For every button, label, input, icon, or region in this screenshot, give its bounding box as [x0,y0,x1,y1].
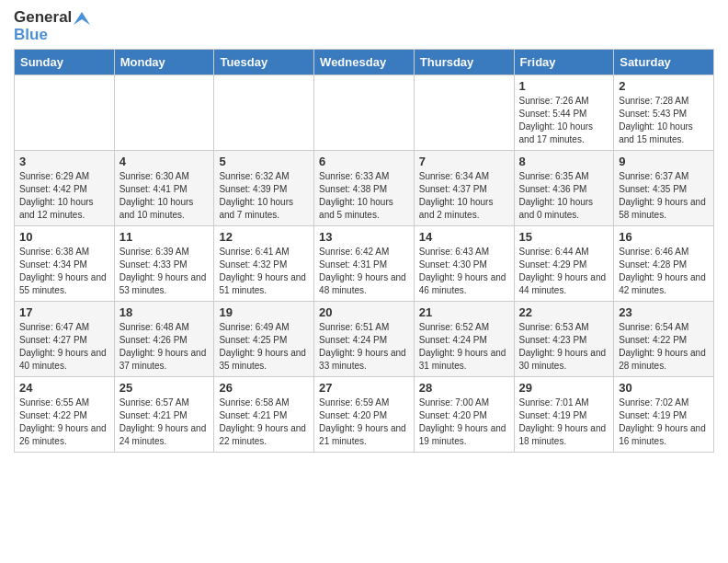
cell-info: Sunrise: 6:37 AM Sunset: 4:35 PM Dayligh… [619,170,709,222]
calendar-cell: 25Sunrise: 6:57 AM Sunset: 4:21 PM Dayli… [114,377,214,453]
cell-info: Sunrise: 6:55 AM Sunset: 4:22 PM Dayligh… [19,396,109,448]
day-number: 4 [119,155,210,168]
calendar-cell [114,75,214,151]
day-number: 25 [119,381,210,395]
cell-info: Sunrise: 6:44 AM Sunset: 4:29 PM Dayligh… [519,246,609,297]
day-number: 2 [619,79,709,93]
cell-info: Sunrise: 6:35 AM Sunset: 4:36 PM Dayligh… [519,170,609,222]
calendar-cell: 22Sunrise: 6:53 AM Sunset: 4:23 PM Dayli… [514,302,614,377]
day-number: 15 [519,230,609,244]
day-number: 1 [519,79,609,93]
header: General Blue [14,9,714,43]
day-number: 28 [419,381,509,395]
day-number: 10 [19,230,109,244]
cell-info: Sunrise: 6:41 AM Sunset: 4:32 PM Dayligh… [219,246,309,297]
day-number: 17 [19,305,109,319]
cell-info: Sunrise: 7:01 AM Sunset: 4:19 PM Dayligh… [519,396,609,448]
svg-marker-0 [74,12,90,25]
day-number: 7 [419,155,509,168]
cell-info: Sunrise: 6:52 AM Sunset: 4:24 PM Dayligh… [419,321,509,373]
weekday-header-row: SundayMondayTuesdayWednesdayThursdayFrid… [15,50,714,75]
day-number: 3 [19,155,109,168]
day-number: 22 [519,305,609,319]
calendar-cell: 1Sunrise: 7:26 AM Sunset: 5:44 PM Daylig… [514,75,614,151]
calendar-cell: 14Sunrise: 6:43 AM Sunset: 4:30 PM Dayli… [414,226,514,302]
calendar-cell: 5Sunrise: 6:32 AM Sunset: 4:39 PM Daylig… [214,151,314,226]
calendar-cell [15,75,115,151]
calendar-cell: 15Sunrise: 6:44 AM Sunset: 4:29 PM Dayli… [514,226,614,302]
cell-info: Sunrise: 6:49 AM Sunset: 4:25 PM Dayligh… [219,321,309,373]
cell-info: Sunrise: 6:48 AM Sunset: 4:26 PM Dayligh… [119,321,210,373]
calendar-cell: 13Sunrise: 6:42 AM Sunset: 4:31 PM Dayli… [314,226,415,302]
calendar-cell: 27Sunrise: 6:59 AM Sunset: 4:20 PM Dayli… [314,377,415,453]
day-number: 13 [319,230,409,244]
weekday-header-saturday: Saturday [614,50,714,75]
day-number: 20 [319,305,409,319]
cell-info: Sunrise: 6:51 AM Sunset: 4:24 PM Dayligh… [319,321,409,373]
calendar-cell: 17Sunrise: 6:47 AM Sunset: 4:27 PM Dayli… [15,302,115,377]
cell-info: Sunrise: 6:38 AM Sunset: 4:34 PM Dayligh… [19,246,109,297]
weekday-header-wednesday: Wednesday [314,50,415,75]
calendar-cell: 24Sunrise: 6:55 AM Sunset: 4:22 PM Dayli… [15,377,115,453]
cell-info: Sunrise: 6:59 AM Sunset: 4:20 PM Dayligh… [319,396,409,448]
calendar-week-2: 3Sunrise: 6:29 AM Sunset: 4:42 PM Daylig… [15,151,714,226]
calendar-cell: 28Sunrise: 7:00 AM Sunset: 4:20 PM Dayli… [414,377,514,453]
cell-info: Sunrise: 7:00 AM Sunset: 4:20 PM Dayligh… [419,396,509,448]
calendar-cell [414,75,514,151]
calendar-cell: 4Sunrise: 6:30 AM Sunset: 4:41 PM Daylig… [114,151,214,226]
calendar-cell: 30Sunrise: 7:02 AM Sunset: 4:19 PM Dayli… [614,377,714,453]
cell-info: Sunrise: 6:42 AM Sunset: 4:31 PM Dayligh… [319,246,409,297]
calendar-cell [314,75,415,151]
weekday-header-tuesday: Tuesday [214,50,314,75]
calendar-table: SundayMondayTuesdayWednesdayThursdayFrid… [14,49,714,453]
day-number: 24 [19,381,109,395]
day-number: 19 [219,305,309,319]
calendar-cell: 26Sunrise: 6:58 AM Sunset: 4:21 PM Dayli… [214,377,314,453]
day-number: 16 [619,230,709,244]
calendar-cell: 11Sunrise: 6:39 AM Sunset: 4:33 PM Dayli… [114,226,214,302]
weekday-header-sunday: Sunday [15,50,115,75]
cell-info: Sunrise: 6:39 AM Sunset: 4:33 PM Dayligh… [119,246,210,297]
cell-info: Sunrise: 6:47 AM Sunset: 4:27 PM Dayligh… [19,321,109,373]
day-number: 21 [419,305,509,319]
cell-info: Sunrise: 6:58 AM Sunset: 4:21 PM Dayligh… [219,396,309,448]
calendar-week-1: 1Sunrise: 7:26 AM Sunset: 5:44 PM Daylig… [15,75,714,151]
calendar-week-4: 17Sunrise: 6:47 AM Sunset: 4:27 PM Dayli… [15,302,714,377]
weekday-header-friday: Friday [514,50,614,75]
day-number: 18 [119,305,210,319]
cell-info: Sunrise: 7:26 AM Sunset: 5:44 PM Dayligh… [519,95,609,146]
cell-info: Sunrise: 6:57 AM Sunset: 4:21 PM Dayligh… [119,396,210,448]
cell-info: Sunrise: 6:30 AM Sunset: 4:41 PM Dayligh… [119,170,210,222]
day-number: 30 [619,381,709,395]
calendar-week-5: 24Sunrise: 6:55 AM Sunset: 4:22 PM Dayli… [15,377,714,453]
calendar-cell: 16Sunrise: 6:46 AM Sunset: 4:28 PM Dayli… [614,226,714,302]
day-number: 9 [619,155,709,168]
calendar-cell: 3Sunrise: 6:29 AM Sunset: 4:42 PM Daylig… [15,151,115,226]
calendar-cell: 20Sunrise: 6:51 AM Sunset: 4:24 PM Dayli… [314,302,415,377]
calendar-cell: 9Sunrise: 6:37 AM Sunset: 4:35 PM Daylig… [614,151,714,226]
calendar-cell: 23Sunrise: 6:54 AM Sunset: 4:22 PM Dayli… [614,302,714,377]
weekday-header-monday: Monday [114,50,214,75]
calendar-cell: 10Sunrise: 6:38 AM Sunset: 4:34 PM Dayli… [15,226,115,302]
cell-info: Sunrise: 7:28 AM Sunset: 5:43 PM Dayligh… [619,95,709,146]
day-number: 29 [519,381,609,395]
weekday-header-thursday: Thursday [414,50,514,75]
day-number: 23 [619,305,709,319]
calendar-cell: 18Sunrise: 6:48 AM Sunset: 4:26 PM Dayli… [114,302,214,377]
logo-bird-icon [74,12,90,25]
cell-info: Sunrise: 6:33 AM Sunset: 4:38 PM Dayligh… [319,170,409,222]
calendar-cell: 8Sunrise: 6:35 AM Sunset: 4:36 PM Daylig… [514,151,614,226]
day-number: 14 [419,230,509,244]
cell-info: Sunrise: 6:46 AM Sunset: 4:28 PM Dayligh… [619,246,709,297]
cell-info: Sunrise: 7:02 AM Sunset: 4:19 PM Dayligh… [619,396,709,448]
calendar-cell [214,75,314,151]
cell-info: Sunrise: 6:43 AM Sunset: 4:30 PM Dayligh… [419,246,509,297]
day-number: 26 [219,381,309,395]
cell-info: Sunrise: 6:34 AM Sunset: 4:37 PM Dayligh… [419,170,509,222]
calendar-cell: 2Sunrise: 7:28 AM Sunset: 5:43 PM Daylig… [614,75,714,151]
day-number: 8 [519,155,609,168]
day-number: 12 [219,230,309,244]
logo-text: General Blue [14,9,72,43]
calendar-cell: 7Sunrise: 6:34 AM Sunset: 4:37 PM Daylig… [414,151,514,226]
calendar-cell: 6Sunrise: 6:33 AM Sunset: 4:38 PM Daylig… [314,151,415,226]
